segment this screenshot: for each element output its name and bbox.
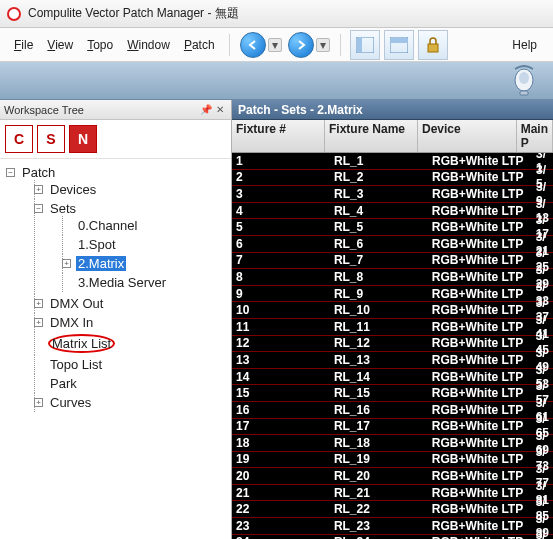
table-row[interactable]: 6RL_6RGB+White LTP3/ 21 — [232, 236, 553, 253]
close-icon[interactable]: ✕ — [213, 103, 227, 117]
table-row[interactable]: 13RL_13RGB+White LTP3/ 49 — [232, 352, 553, 369]
mode-n-button[interactable]: N — [69, 125, 97, 153]
table-row[interactable]: 12RL_12RGB+White LTP3/ 45 — [232, 336, 553, 353]
table-row[interactable]: 14RL_14RGB+White LTP3/ 53 — [232, 369, 553, 386]
table-row[interactable]: 5RL_5RGB+White LTP3/ 17 — [232, 219, 553, 236]
table-row[interactable]: 9RL_9RGB+White LTP3/ 33 — [232, 286, 553, 303]
svg-rect-4 — [391, 38, 407, 43]
cell: 19 — [232, 452, 330, 466]
expand-icon[interactable]: − — [6, 168, 15, 177]
menu-topo[interactable]: Topo — [81, 34, 119, 56]
menu-help[interactable]: Help — [504, 34, 545, 56]
cell: RL_24 — [330, 535, 428, 539]
table-row[interactable]: 2RL_2RGB+White LTP3/ 5 — [232, 170, 553, 187]
expand-icon[interactable]: + — [34, 185, 43, 194]
fixture-icon — [507, 65, 541, 97]
cell: RGB+White LTP — [428, 320, 532, 334]
tree-sets[interactable]: Sets — [48, 201, 78, 216]
table-row[interactable]: 1RL_1RGB+White LTP3/ 1 — [232, 153, 553, 170]
cell: RL_14 — [330, 370, 428, 384]
table-row[interactable]: 23RL_23RGB+White LTP3/ 89 — [232, 518, 553, 535]
tree-dmx-out[interactable]: DMX Out — [48, 296, 105, 311]
cell: 21 — [232, 486, 330, 500]
mode-s-button[interactable]: S — [37, 125, 65, 153]
svg-point-7 — [519, 72, 529, 84]
table-row[interactable]: 17RL_17RGB+White LTP3/ 65 — [232, 419, 553, 436]
tree-set-media[interactable]: 3.Media Server — [76, 275, 168, 290]
table-row[interactable]: 18RL_18RGB+White LTP3/ 69 — [232, 435, 553, 452]
menu-patch[interactable]: Patch — [178, 34, 221, 56]
cell: RL_3 — [330, 187, 428, 201]
cell: RGB+White LTP — [428, 452, 532, 466]
tree-matrix-list[interactable]: Matrix List — [48, 334, 115, 353]
cell: RGB+White LTP — [428, 220, 532, 234]
nav-back-button[interactable] — [240, 32, 266, 58]
grid-body[interactable]: 1RL_1RGB+White LTP3/ 12RL_2RGB+White LTP… — [232, 153, 553, 539]
tree-devices[interactable]: Devices — [48, 182, 98, 197]
nav-forward-dropdown[interactable]: ▾ — [316, 38, 330, 52]
expand-icon[interactable]: + — [34, 318, 43, 327]
table-row[interactable]: 21RL_21RGB+White LTP3/ 81 — [232, 485, 553, 502]
table-row[interactable]: 7RL_7RGB+White LTP3/ 25 — [232, 253, 553, 270]
cell: RGB+White LTP — [428, 237, 532, 251]
cell: RGB+White LTP — [428, 187, 532, 201]
cell: 22 — [232, 502, 330, 516]
tree-park[interactable]: Park — [48, 376, 79, 391]
nav-forward-button[interactable] — [288, 32, 314, 58]
cell: RL_6 — [330, 237, 428, 251]
tree-set-spot[interactable]: 1.Spot — [76, 237, 118, 252]
table-row[interactable]: 11RL_11RGB+White LTP3/ 41 — [232, 319, 553, 336]
grid-title: Patch - Sets - 2.Matrix — [232, 100, 553, 120]
col-fixture-num[interactable]: Fixture # — [232, 120, 325, 152]
table-row[interactable]: 20RL_20RGB+White LTP3/ 77 — [232, 468, 553, 485]
table-row[interactable]: 24RL_24RGB+White LTP3/ 93 — [232, 535, 553, 539]
col-main-p[interactable]: Main P — [517, 120, 553, 152]
table-row[interactable]: 19RL_19RGB+White LTP3/ 73 — [232, 452, 553, 469]
table-row[interactable]: 22RL_22RGB+White LTP3/ 85 — [232, 501, 553, 518]
expand-icon[interactable]: + — [34, 398, 43, 407]
table-row[interactable]: 3RL_3RGB+White LTP3/ 9 — [232, 186, 553, 203]
mode-c-button[interactable]: C — [5, 125, 33, 153]
tree-set-channel[interactable]: 0.Channel — [76, 218, 139, 233]
tree-curves[interactable]: Curves — [48, 395, 93, 410]
tree-topo-list[interactable]: Topo List — [48, 357, 104, 372]
cell: 2 — [232, 170, 330, 184]
layout-left-button[interactable] — [350, 30, 380, 60]
workspace-tree-panel: Workspace Tree 📌 ✕ C S N −Patch +Devices… — [0, 100, 232, 539]
context-strip — [0, 62, 553, 100]
lock-button[interactable] — [418, 30, 448, 60]
table-row[interactable]: 8RL_8RGB+White LTP3/ 29 — [232, 269, 553, 286]
table-row[interactable]: 10RL_10RGB+White LTP3/ 37 — [232, 302, 553, 319]
cell: 3 — [232, 187, 330, 201]
cell: RGB+White LTP — [428, 353, 532, 367]
menu-view[interactable]: View — [41, 34, 79, 56]
cell: RL_21 — [330, 486, 428, 500]
menu-window[interactable]: Window — [121, 34, 176, 56]
layout-top-button[interactable] — [384, 30, 414, 60]
expand-icon[interactable]: + — [62, 259, 71, 268]
separator — [340, 34, 341, 56]
pin-icon[interactable]: 📌 — [199, 103, 213, 117]
tree-patch[interactable]: Patch — [20, 165, 57, 180]
cell: 3/ 93 — [532, 528, 553, 539]
cell: RL_15 — [330, 386, 428, 400]
panel-header: Workspace Tree 📌 ✕ — [0, 100, 231, 120]
expand-icon[interactable]: − — [34, 204, 43, 213]
col-fixture-name[interactable]: Fixture Name — [325, 120, 418, 152]
nav-back-dropdown[interactable]: ▾ — [268, 38, 282, 52]
table-row[interactable]: 4RL_4RGB+White LTP3/ 13 — [232, 203, 553, 220]
col-device[interactable]: Device — [418, 120, 517, 152]
cell: RL_18 — [330, 436, 428, 450]
expand-icon[interactable]: + — [34, 299, 43, 308]
cell: RGB+White LTP — [428, 403, 532, 417]
table-row[interactable]: 15RL_15RGB+White LTP3/ 57 — [232, 385, 553, 402]
cell: RL_13 — [330, 353, 428, 367]
svg-rect-2 — [357, 38, 362, 52]
workspace-tree: −Patch +Devices −Sets 0.Channel 1.Spot +… — [0, 159, 231, 539]
cell: RGB+White LTP — [428, 253, 532, 267]
table-row[interactable]: 16RL_16RGB+White LTP3/ 61 — [232, 402, 553, 419]
menu-file[interactable]: File — [8, 34, 39, 56]
cell: RGB+White LTP — [428, 469, 532, 483]
tree-set-matrix[interactable]: 2.Matrix — [76, 256, 126, 271]
tree-dmx-in[interactable]: DMX In — [48, 315, 95, 330]
